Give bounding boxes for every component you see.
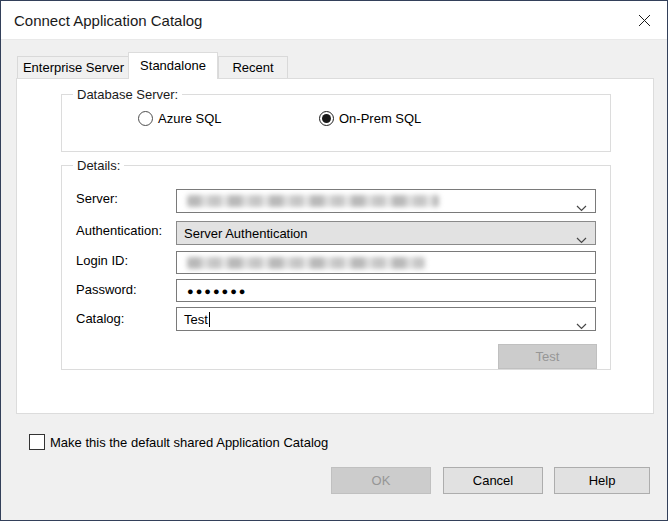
default-catalog-checkbox-label: Make this the default shared Application…	[50, 435, 328, 450]
tab-recent[interactable]: Recent	[218, 56, 288, 79]
radio-selected-icon[interactable]	[319, 111, 334, 126]
tab-standalone[interactable]: Standalone	[128, 52, 218, 79]
radio-on-prem-sql[interactable]: On-Prem SQL	[319, 111, 421, 126]
password-input[interactable]: ●●●●●●●	[176, 279, 596, 302]
chevron-down-icon[interactable]	[576, 198, 587, 216]
password-label: Password:	[76, 282, 137, 297]
radio-azure-sql-label: Azure SQL	[158, 111, 222, 126]
database-server-group-label: Database Server:	[73, 87, 182, 102]
close-icon	[638, 14, 651, 27]
window-title: Connect Application Catalog	[14, 1, 202, 40]
authentication-label: Authentication:	[76, 223, 162, 238]
default-catalog-checkbox-row[interactable]: Make this the default shared Application…	[29, 434, 328, 450]
chevron-down-icon[interactable]	[576, 230, 587, 248]
radio-on-prem-sql-label: On-Prem SQL	[339, 111, 421, 126]
password-masked-value: ●●●●●●●	[177, 285, 248, 297]
catalog-value: Test	[177, 312, 208, 327]
help-button[interactable]: Help	[554, 467, 650, 494]
ok-button[interactable]: OK	[331, 467, 431, 494]
title-bar: Connect Application Catalog	[1, 1, 667, 40]
server-redacted-value	[187, 195, 439, 207]
radio-azure-sql[interactable]: Azure SQL	[138, 111, 222, 126]
details-group-label: Details:	[73, 158, 124, 173]
login-id-input[interactable]	[176, 251, 596, 274]
server-label: Server:	[76, 191, 118, 206]
catalog-combobox[interactable]: Test	[176, 307, 596, 331]
text-caret	[209, 312, 210, 327]
authentication-value: Server Authentication	[177, 226, 308, 241]
catalog-label: Catalog:	[76, 311, 124, 326]
tab-enterprise-server[interactable]: Enterprise Server	[17, 56, 130, 79]
server-combobox[interactable]	[176, 189, 596, 213]
close-button[interactable]	[621, 1, 667, 40]
login-id-label: Login ID:	[76, 253, 128, 268]
connect-application-catalog-dialog: Connect Application Catalog Enterprise S…	[0, 0, 668, 521]
chevron-down-icon[interactable]	[576, 316, 587, 334]
authentication-dropdown[interactable]: Server Authentication	[176, 221, 596, 245]
login-id-redacted-value	[187, 257, 425, 269]
cancel-button[interactable]: Cancel	[443, 467, 543, 494]
checkbox-unchecked-icon[interactable]	[29, 434, 45, 450]
test-button[interactable]: Test	[498, 344, 597, 369]
radio-circle-icon[interactable]	[138, 111, 153, 126]
